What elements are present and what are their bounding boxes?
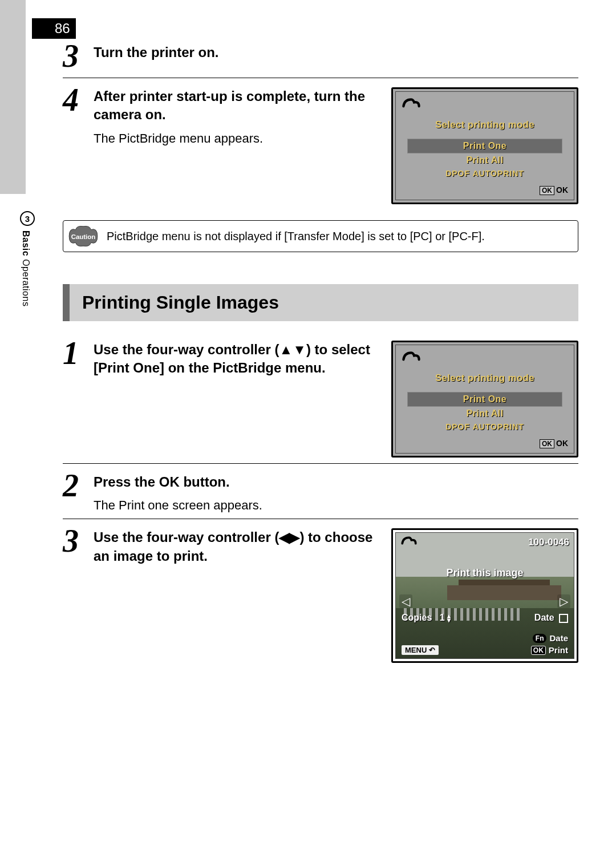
caution-text: PictBridge menu is not displayed if [Tra… [107,229,485,244]
lcd-item-selected: Print One [407,139,562,153]
copies-date-row: Copies 1 ▴▾ Date [402,613,568,623]
step-number: 2 [63,470,94,513]
lcd-screen-pictbridge-menu-2: Select printing mode Print One Print All… [391,341,578,458]
lcd-ok-hint: OKOK [396,182,574,200]
lcd-item: DPOF AUTOPRINT [407,167,562,180]
pictbridge-icon [402,350,574,367]
section-heading-text: Printing Single Images [82,292,566,313]
step-title: After printer start-up is complete, turn… [94,87,380,124]
lcd-title: Select printing mode [396,119,574,131]
step-number: 3 [63,40,94,72]
chapter-title: Basic Operations [21,230,31,306]
copies-value: 1 [440,613,445,622]
lcd-title: Select printing mode [396,373,574,384]
b-step-1: 1 Use the four-way controller (▲▼) to se… [63,337,578,458]
step-title: Use the four-way controller (◀▶) to choo… [94,528,380,565]
right-arrow-icon: ▷ [557,594,570,608]
step-3: 3 Turn the printer on. [63,40,578,72]
b-step-2: 2 Press the OK button. The Print one scr… [63,463,578,513]
pictbridge-icon [400,535,418,550]
lcd-item: Print All [407,153,562,167]
step-title: Use the four-way controller (▲▼) to sele… [94,341,380,378]
left-right-arrows: ◁ ▷ [399,594,570,608]
svg-text:Caution: Caution [71,233,96,240]
updown-icon: ▴▾ [447,614,451,622]
back-icon: ↶ [429,646,435,654]
b-step-3: 3 Use the four-way controller (◀▶) to ch… [63,519,578,663]
pictbridge-icon [402,96,574,114]
step-number: 4 [63,84,94,204]
caution-box: Caution PictBridge menu is not displayed… [63,220,578,252]
section-heading: Printing Single Images [63,284,578,321]
fn-date-hint: FnDate [533,633,568,643]
menu-back-hint: MENU↶ [402,645,439,655]
copies-label: Copies [402,613,432,622]
lcd-menu: Print One Print All DPOF AUTOPRINT [407,139,562,180]
lcd-screen-pictbridge-menu: Select printing mode Print One Print All… [391,87,578,204]
step-desc: The PictBridge menu appears. [94,131,380,146]
lcd-item-selected: Print One [407,392,562,407]
date-label: Date [534,613,554,622]
page-number: 86 [32,18,76,39]
lcd-item: DPOF AUTOPRINT [407,420,562,433]
lcd-menu: Print One Print All DPOF AUTOPRINT [407,392,562,433]
file-number: 100-0046 [528,537,569,548]
left-arrow-icon: ◁ [399,594,412,608]
lcd-screen-print-this-image: 100-0046 Print this image ◁ ▷ Copies 1 [391,528,578,663]
caution-icon: Caution [67,224,100,248]
page-content: 3 Turn the printer on. 4 After printer s… [63,40,578,663]
step-number: 3 [63,525,94,663]
chapter-number-circle: 3 [20,211,35,226]
ok-print-hint: OKPrint [531,645,568,655]
step-number: 1 [63,337,94,458]
lcd-ok-hint: OKOK [396,435,574,453]
left-gray-band [0,0,26,194]
step-desc: The Print one screen appears. [94,498,578,513]
step-4: 4 After printer start-up is complete, tu… [63,78,578,204]
chapter-tab: 3 Basic Operations [21,211,34,306]
date-checkbox [559,614,568,623]
step-title: Press the OK button. [94,473,578,491]
step-title: Turn the printer on. [94,43,578,62]
print-message: Print this image [396,567,574,579]
lcd-item: Print All [407,407,562,420]
